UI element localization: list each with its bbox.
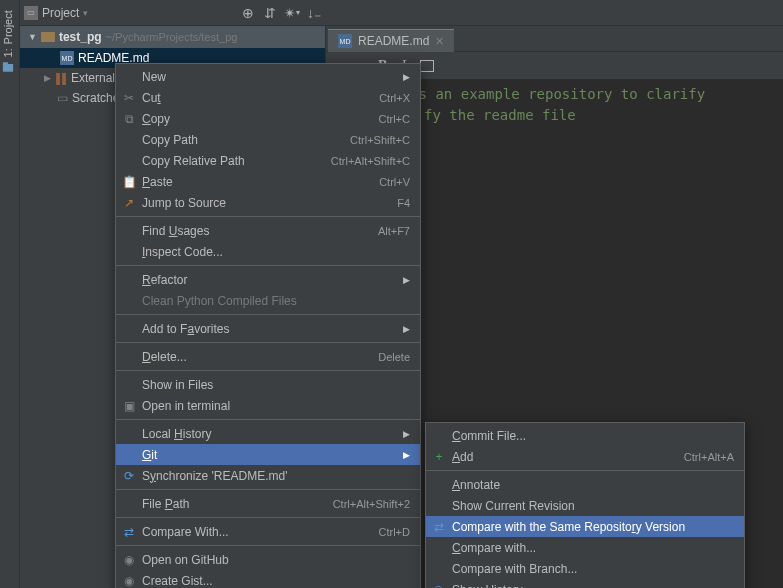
menu-separator [116, 265, 420, 266]
ctx-item-22[interactable]: Git▶ [116, 444, 420, 465]
menu-item-label: Compare With... [138, 525, 379, 539]
ctx-item-16[interactable]: Delete...Delete [116, 346, 420, 367]
tree-root[interactable]: ▼ test_pg ~/PycharmProjects/test_pg [20, 26, 325, 48]
git-item-6[interactable]: Compare with... [426, 537, 744, 558]
menu-item-label: File Path [138, 497, 333, 511]
menu-separator [116, 419, 420, 420]
project-tool-tab[interactable]: 1: Project [0, 0, 16, 83]
menu-item-label: Compare with the Same Repository Version [448, 520, 734, 534]
git-item-7[interactable]: Compare with Branch... [426, 558, 744, 579]
chevron-right-icon: ▶ [403, 275, 410, 285]
code-block-button[interactable] [420, 60, 434, 72]
menu-item-label: Add [448, 450, 684, 464]
project-view-selector[interactable]: ▭ Project ▾ [24, 6, 88, 20]
ctx-item-1[interactable]: ✂CutCtrl+X [116, 87, 420, 108]
menu-item-icon: ⟳ [120, 468, 138, 484]
menu-item-label: Paste [138, 175, 379, 189]
library-icon: ‖‖ [55, 71, 67, 85]
menu-item-shortcut: Ctrl+X [379, 92, 410, 104]
menu-item-icon [120, 447, 138, 463]
ctx-item-29[interactable]: ◉Open on GitHub [116, 549, 420, 570]
menu-item-icon [120, 272, 138, 288]
menu-item-label: Delete... [138, 350, 378, 364]
ctx-item-30[interactable]: ◉Create Gist... [116, 570, 420, 588]
menu-item-label: Show in Files [138, 378, 410, 392]
ctx-item-25[interactable]: File PathCtrl+Alt+Shift+2 [116, 493, 420, 514]
menu-item-icon [120, 349, 138, 365]
menu-item-label: Inspect Code... [138, 245, 410, 259]
chevron-right-icon: ▶ [403, 324, 410, 334]
menu-item-icon [120, 377, 138, 393]
editor-tab-readme[interactable]: MD README.md ✕ [328, 29, 454, 52]
menu-item-label: Find Usages [138, 224, 378, 238]
git-item-8[interactable]: ⏲Show History [426, 579, 744, 588]
ctx-item-5[interactable]: 📋PasteCtrl+V [116, 171, 420, 192]
git-submenu[interactable]: Commit File...+AddCtrl+Alt+AAnnotateShow… [425, 422, 745, 588]
menu-separator [116, 342, 420, 343]
ctx-item-2[interactable]: ⧉CopyCtrl+C [116, 108, 420, 129]
menu-item-icon [120, 426, 138, 442]
ctx-item-6[interactable]: ↗Jump to SourceF4 [116, 192, 420, 213]
git-item-1[interactable]: +AddCtrl+Alt+A [426, 446, 744, 467]
ctx-item-18[interactable]: Show in Files [116, 374, 420, 395]
git-item-5[interactable]: ⇄Compare with the Same Repository Versio… [426, 516, 744, 537]
menu-item-icon: ⧉ [120, 111, 138, 127]
menu-item-label: New [138, 70, 403, 84]
menu-item-icon: ⇄ [430, 519, 448, 535]
menu-item-shortcut: Ctrl+Alt+A [684, 451, 734, 463]
git-item-0[interactable]: Commit File... [426, 425, 744, 446]
menu-separator [116, 314, 420, 315]
menu-item-shortcut: Alt+F7 [378, 225, 410, 237]
menu-item-label: Create Gist... [138, 574, 410, 588]
menu-item-icon: ⇄ [120, 524, 138, 540]
svg-rect-1 [3, 62, 8, 65]
menu-separator [116, 517, 420, 518]
menu-item-label: Add to Favorites [138, 322, 403, 336]
git-item-3[interactable]: Annotate [426, 474, 744, 495]
project-icon: ▭ [24, 6, 38, 20]
chevron-right-icon: ▶ [403, 72, 410, 82]
settings-icon[interactable]: ✴▾ [284, 5, 300, 21]
menu-item-icon [430, 540, 448, 556]
menu-item-label: Annotate [448, 478, 734, 492]
menu-item-icon [120, 321, 138, 337]
ctx-item-27[interactable]: ⇄Compare With...Ctrl+D [116, 521, 420, 542]
menu-item-shortcut: Ctrl+V [379, 176, 410, 188]
menu-item-icon [120, 153, 138, 169]
ctx-item-14[interactable]: Add to Favorites▶ [116, 318, 420, 339]
locate-icon[interactable]: ⊕ [240, 5, 256, 21]
menu-item-label: Show History [448, 583, 734, 589]
ctx-item-12: Clean Python Compiled Files [116, 290, 420, 311]
menu-item-label: Copy Path [138, 133, 350, 147]
ctx-item-11[interactable]: Refactor▶ [116, 269, 420, 290]
ctx-item-8[interactable]: Find UsagesAlt+F7 [116, 220, 420, 241]
ctx-item-23[interactable]: ⟳Synchronize 'README.md' [116, 465, 420, 486]
ctx-item-21[interactable]: Local History▶ [116, 423, 420, 444]
close-icon[interactable]: ✕ [435, 35, 444, 48]
menu-item-icon: ✂ [120, 90, 138, 106]
svg-rect-0 [3, 64, 13, 72]
context-menu[interactable]: New▶✂CutCtrl+X⧉CopyCtrl+CCopy PathCtrl+S… [115, 63, 421, 588]
ctx-item-0[interactable]: New▶ [116, 66, 420, 87]
menu-item-icon: ▣ [120, 398, 138, 414]
menu-item-icon: ◉ [120, 552, 138, 568]
hide-icon[interactable]: ↓₋ [306, 5, 322, 21]
menu-item-icon: ◉ [120, 573, 138, 589]
ctx-item-3[interactable]: Copy PathCtrl+Shift+C [116, 129, 420, 150]
menu-item-shortcut: Ctrl+Alt+Shift+2 [333, 498, 410, 510]
menu-item-icon [120, 223, 138, 239]
ctx-item-9[interactable]: Inspect Code... [116, 241, 420, 262]
collapse-icon[interactable]: ⇵ [262, 5, 278, 21]
menu-item-shortcut: Ctrl+Alt+Shift+C [331, 155, 410, 167]
git-item-4[interactable]: Show Current Revision [426, 495, 744, 516]
ctx-item-19[interactable]: ▣Open in terminal [116, 395, 420, 416]
menu-item-icon [120, 132, 138, 148]
menu-item-label: Commit File... [448, 429, 734, 443]
menu-separator [116, 216, 420, 217]
menu-item-icon [430, 561, 448, 577]
folder-icon [41, 32, 55, 42]
menu-item-icon [430, 498, 448, 514]
ctx-item-4[interactable]: Copy Relative PathCtrl+Alt+Shift+C [116, 150, 420, 171]
menu-separator [116, 370, 420, 371]
menu-item-label: Compare with... [448, 541, 734, 555]
